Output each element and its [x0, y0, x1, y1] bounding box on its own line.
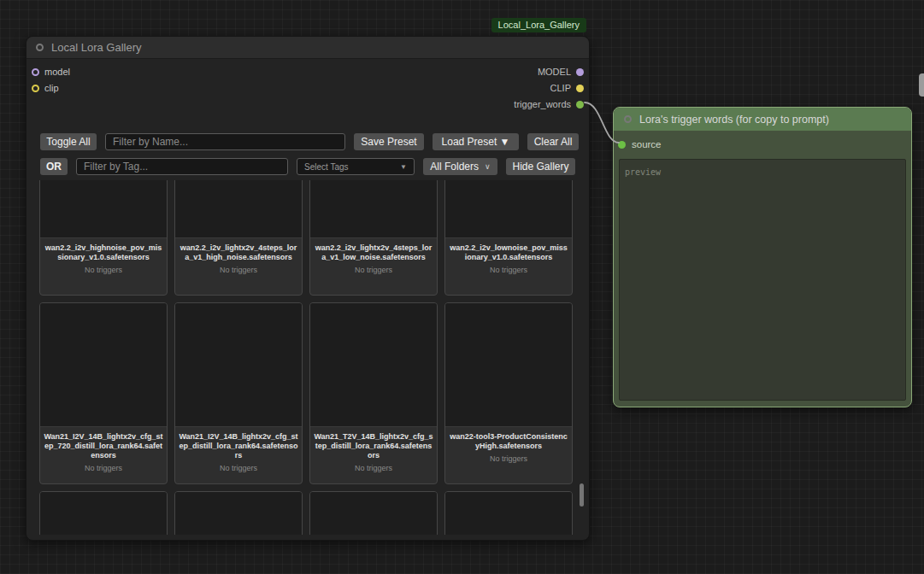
- lora-card[interactable]: Wan21_T2V_14B_lightx2v_cfg_step_distill_…: [309, 302, 438, 484]
- lora-card-partial[interactable]: [444, 491, 573, 535]
- lora-card-name: wan2.2_i2v_lownoise_pov_missionary_v1.0.…: [445, 238, 572, 263]
- lora-card-triggers: No triggers: [40, 464, 167, 472]
- node-title-badge: Local_Lora_Gallery: [491, 18, 586, 32]
- model-input-dot-icon[interactable]: [32, 68, 39, 76]
- lora-card-partial[interactable]: [309, 491, 438, 535]
- lora-thumbnail-placeholder: [40, 180, 167, 238]
- output-port-model[interactable]: MODEL: [538, 67, 584, 77]
- clear-all-button[interactable]: Clear All: [527, 133, 579, 150]
- source-input-label: source: [632, 139, 662, 149]
- select-tags-dropdown[interactable]: Select Tags ▼: [297, 158, 415, 175]
- lora-thumbnail-placeholder: [445, 303, 572, 427]
- local-lora-gallery-node[interactable]: Local Lora Gallery model MODEL clip CLIP…: [26, 36, 590, 541]
- lora-thumbnail-placeholder: [445, 180, 572, 238]
- clip-output-label: CLIP: [550, 83, 571, 93]
- lora-card-triggers: No triggers: [175, 266, 302, 274]
- chevron-down-icon: ∨: [485, 162, 491, 171]
- clip-input-dot-icon[interactable]: [32, 85, 39, 92]
- trigger-words-preview-area[interactable]: preview: [619, 159, 906, 401]
- lora-card-name: wan22-tool3-ProductConsistencyHigh.safet…: [445, 427, 572, 452]
- lora-card-name: Wan21_I2V_14B_lightx2v_cfg_step_720_dist…: [40, 427, 167, 461]
- lora-thumbnail-placeholder: [175, 492, 302, 535]
- save-preset-button[interactable]: Save Preset: [354, 133, 424, 150]
- trigger-node-header[interactable]: Lora's trigger words (for copy to prompt…: [614, 108, 911, 131]
- gallery-scrollbar-thumb[interactable]: [580, 483, 584, 507]
- lora-card-partial[interactable]: [174, 491, 303, 535]
- lora-card-triggers: No triggers: [310, 464, 437, 472]
- lora-thumbnail-placeholder: [310, 492, 437, 535]
- model-output-label: MODEL: [538, 67, 571, 77]
- lora-card-triggers: No triggers: [445, 266, 572, 274]
- lora-card-name: Wan21_I2V_14B_lightx2v_cfg_step_distill_…: [175, 427, 302, 461]
- lora-card-triggers: No triggers: [445, 454, 572, 463]
- lora-card-name: Wan21_T2V_14B_lightx2v_cfg_step_distill_…: [310, 427, 437, 461]
- lora-card[interactable]: wan2.2_i2v_lightx2v_4steps_lora_v1_high_…: [174, 180, 303, 296]
- lora-card-triggers: No triggers: [310, 266, 437, 274]
- lora-card-triggers: No triggers: [40, 266, 167, 274]
- lora-card-name: wan2.2_i2v_lightx2v_4steps_lora_v1_high_…: [175, 238, 302, 263]
- lora-gallery-grid[interactable]: wan2.2_i2v_highnoise_pov_missionary_v1.0…: [33, 180, 586, 535]
- input-port-model[interactable]: model: [32, 67, 70, 77]
- toggle-all-button[interactable]: Toggle All: [40, 133, 97, 150]
- lora-card[interactable]: wan2.2_i2v_lownoise_pov_missionary_v1.0.…: [444, 180, 573, 296]
- clip-output-dot-icon[interactable]: [576, 85, 584, 92]
- gallery-node-header[interactable]: Local Lora Gallery: [26, 37, 589, 59]
- lora-thumbnail-placeholder: [445, 492, 572, 535]
- lora-card-partial[interactable]: [39, 491, 168, 535]
- output-port-trigger-words[interactable]: trigger_words: [514, 99, 584, 109]
- model-output-dot-icon[interactable]: [576, 68, 584, 76]
- input-port-clip[interactable]: clip: [32, 83, 59, 93]
- all-folders-dropdown[interactable]: All Folders ∨: [423, 158, 497, 175]
- filter-by-name-input[interactable]: [105, 133, 345, 150]
- filter-by-tag-input[interactable]: [76, 158, 288, 175]
- trigger-words-output-dot-icon[interactable]: [576, 101, 584, 108]
- dropdown-arrow-icon: ▼: [400, 163, 407, 171]
- model-input-label: model: [44, 67, 70, 77]
- lora-card-name: wan2.2_i2v_highnoise_pov_missionary_v1.0…: [40, 238, 167, 263]
- lora-card[interactable]: Wan21_I2V_14B_lightx2v_cfg_step_distill_…: [174, 302, 303, 484]
- preview-placeholder-text: preview: [625, 167, 661, 177]
- lora-thumbnail-placeholder: [175, 303, 302, 427]
- lora-thumbnail-placeholder: [175, 180, 302, 238]
- trigger-node-title: Lora's trigger words (for copy to prompt…: [639, 114, 829, 126]
- clip-input-label: clip: [44, 83, 59, 93]
- input-port-source[interactable]: source: [614, 133, 911, 155]
- lora-card-name: wan2.2_i2v_lightx2v_4steps_lora_v1_low_n…: [310, 238, 437, 263]
- gallery-node-title: Local Lora Gallery: [51, 41, 142, 54]
- load-preset-button[interactable]: Load Preset ▼: [433, 133, 519, 150]
- lora-thumbnail-placeholder: [310, 180, 437, 238]
- lora-card[interactable]: wan2.2_i2v_lightx2v_4steps_lora_v1_low_n…: [309, 180, 438, 296]
- collapse-dot-icon[interactable]: [36, 44, 44, 51]
- lora-card[interactable]: Wan21_I2V_14B_lightx2v_cfg_step_720_dist…: [39, 302, 168, 484]
- hide-gallery-button[interactable]: Hide Gallery: [506, 158, 575, 175]
- lora-thumbnail-placeholder: [310, 303, 437, 427]
- lora-card-triggers: No triggers: [175, 464, 302, 472]
- collapse-dot-icon[interactable]: [624, 115, 632, 123]
- clipped-node-edge: [919, 73, 924, 97]
- trigger-words-output-label: trigger_words: [514, 99, 571, 109]
- all-folders-label: All Folders: [430, 161, 479, 173]
- select-tags-label: Select Tags: [304, 162, 349, 172]
- lora-thumbnail-placeholder: [40, 303, 167, 427]
- lora-thumbnail-placeholder: [40, 492, 167, 535]
- trigger-words-node[interactable]: Lora's trigger words (for copy to prompt…: [613, 107, 912, 407]
- output-port-clip[interactable]: CLIP: [550, 83, 584, 93]
- or-mode-button[interactable]: OR: [40, 158, 68, 175]
- source-input-dot-icon[interactable]: [618, 141, 626, 149]
- lora-card[interactable]: wan22-tool3-ProductConsistencyHigh.safet…: [444, 302, 573, 484]
- lora-card[interactable]: wan2.2_i2v_highnoise_pov_missionary_v1.0…: [39, 180, 168, 296]
